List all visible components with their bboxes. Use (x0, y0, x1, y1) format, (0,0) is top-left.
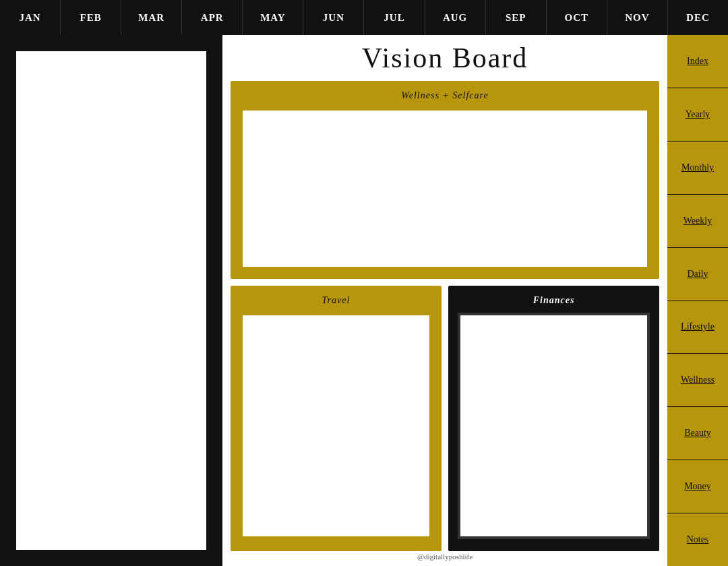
month-navigation: JANFEBMARAPRMAYJUNJULAUGSEPOCTNOVDEC (0, 0, 728, 35)
sidebar-item-weekly[interactable]: Weekly (667, 195, 728, 248)
month-tab-dec[interactable]: DEC (668, 0, 728, 35)
main-area: Relationships & Family Vision Board Well… (0, 35, 728, 566)
sidebar-item-notes[interactable]: Notes (667, 513, 728, 566)
left-panel: Relationships & Family (0, 35, 222, 566)
travel-inner (240, 313, 432, 539)
center-content: Vision Board Wellness + Selfcare Travel … (222, 35, 667, 566)
finances-inner (458, 313, 650, 539)
relationships-inner (16, 51, 206, 550)
sidebar-item-money[interactable]: Money (667, 460, 728, 513)
month-tab-jun[interactable]: JUN (303, 0, 364, 35)
relationships-card: Relationships & Family (12, 47, 210, 554)
page-title: Vision Board (231, 42, 659, 74)
sidebar-item-wellness[interactable]: Wellness (667, 354, 728, 407)
month-tab-jan[interactable]: JAN (0, 0, 61, 35)
footer-watermark: @digitallyposhlife (231, 551, 659, 563)
month-tab-aug[interactable]: AUG (425, 0, 486, 35)
travel-label: Travel (240, 295, 432, 306)
finances-card: Finances (448, 286, 659, 551)
sidebar-item-yearly[interactable]: Yearly (667, 88, 728, 142)
month-tab-mar[interactable]: MAR (121, 0, 182, 35)
wellness-inner (240, 108, 650, 270)
sidebar-item-beauty[interactable]: Beauty (667, 407, 728, 460)
sidebar-item-lifestyle[interactable]: Lifestyle (667, 301, 728, 354)
sidebar-item-daily[interactable]: Daily (667, 248, 728, 301)
travel-card: Travel (231, 286, 442, 551)
month-tab-jul[interactable]: JUL (364, 0, 425, 35)
page-title-area: Vision Board (231, 42, 659, 74)
month-tab-nov[interactable]: NOV (607, 0, 668, 35)
month-tab-apr[interactable]: APR (182, 0, 243, 35)
month-tab-sep[interactable]: SEP (486, 0, 547, 35)
sidebar-item-monthly[interactable]: Monthly (667, 142, 728, 195)
month-tab-may[interactable]: MAY (243, 0, 303, 35)
right-sidebar: IndexYearlyMonthlyWeeklyDailyLifestyleWe… (667, 35, 728, 566)
sidebar-item-index[interactable]: Index (667, 35, 728, 88)
wellness-card: Wellness + Selfcare (231, 81, 659, 279)
month-tab-feb[interactable]: FEB (61, 0, 121, 35)
finances-label: Finances (458, 295, 650, 306)
wellness-label: Wellness + Selfcare (240, 90, 650, 101)
month-tab-oct[interactable]: OCT (547, 0, 607, 35)
bottom-cards: Travel Finances (231, 286, 659, 551)
